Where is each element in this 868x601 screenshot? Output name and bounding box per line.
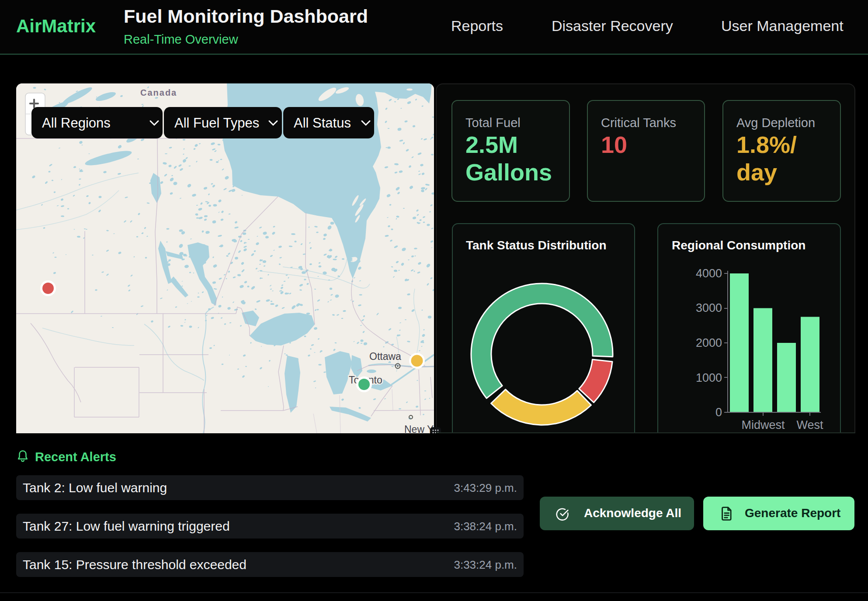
svg-text:West: West — [796, 418, 823, 432]
svg-text:0: 0 — [715, 406, 722, 419]
svg-text:New York: New York — [404, 424, 434, 433]
svg-text:Canada: Canada — [140, 88, 177, 97]
svg-text:4000: 4000 — [696, 267, 722, 280]
svg-text:Ottawa: Ottawa — [369, 351, 401, 362]
svg-text:2000: 2000 — [696, 336, 722, 349]
svg-text:1000: 1000 — [696, 371, 722, 384]
svg-text:Midwest: Midwest — [741, 418, 785, 432]
svg-text:3000: 3000 — [696, 301, 722, 314]
